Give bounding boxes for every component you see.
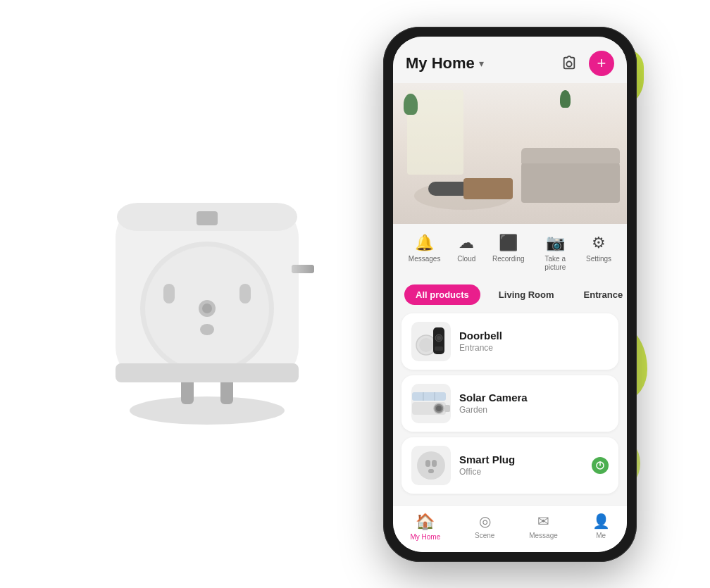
filter-living-room[interactable]: Living Room [487, 284, 566, 305]
quick-actions-bar: 🔔 Messages ☁ Cloud ⬛ Recording 📷 Take a … [393, 224, 627, 279]
svg-point-16 [566, 61, 571, 66]
hero-image [393, 83, 627, 224]
power-icon [595, 461, 605, 470]
message-icon: ✉ [537, 513, 549, 530]
me-icon: 👤 [592, 513, 610, 530]
filter-all-products[interactable]: All products [404, 284, 480, 305]
svg-point-18 [419, 338, 433, 352]
my-home-label: My Home [410, 533, 440, 541]
quick-action-settings[interactable]: ⚙ Settings [586, 234, 611, 272]
svg-point-21 [437, 336, 441, 340]
nav-me[interactable]: 👤 Me [592, 513, 610, 541]
solar-camera-info: Solar Camera Garden [459, 392, 609, 415]
device-list: Doorbell Entrance [393, 311, 627, 505]
solar-camera-thumbnail [411, 384, 451, 423]
product-image-container [73, 146, 341, 442]
add-button[interactable]: + [589, 51, 614, 76]
device-card-solar-camera[interactable]: Solar Camera Garden [401, 375, 618, 432]
cloud-icon: ☁ [459, 234, 474, 252]
recording-icon: ⬛ [499, 234, 518, 252]
svg-point-0 [130, 396, 285, 425]
solar-camera-location: Garden [459, 405, 609, 415]
me-label: Me [596, 532, 606, 539]
phone-frame: My Home ▾ + [383, 27, 637, 562]
device-card-doorbell[interactable]: Doorbell Entrance [401, 313, 618, 370]
svg-rect-33 [428, 469, 434, 473]
camera-button[interactable] [556, 51, 582, 76]
svg-rect-8 [239, 284, 251, 304]
svg-rect-23 [412, 392, 446, 401]
svg-point-30 [417, 451, 445, 480]
doorbell-image [413, 324, 449, 359]
coffee-table [463, 178, 513, 199]
svg-rect-7 [163, 284, 175, 304]
smart-plug-info: Smart Plug Office [459, 453, 583, 477]
settings-label: Settings [586, 255, 611, 263]
take-picture-icon: 📷 [546, 234, 565, 252]
solar-camera-name: Solar Camera [459, 392, 609, 404]
messages-icon: 🔔 [415, 234, 434, 252]
svg-point-6 [202, 304, 212, 313]
solar-camera-image [412, 389, 450, 418]
messages-label: Messages [409, 255, 441, 263]
svg-rect-15 [116, 363, 299, 382]
main-scene: My Home ▾ + [0, 0, 710, 588]
svg-rect-29 [444, 405, 450, 412]
quick-action-messages[interactable]: 🔔 Messages [409, 234, 441, 272]
doorbell-info: Doorbell Entrance [459, 330, 609, 353]
doorbell-thumbnail [411, 322, 451, 361]
take-picture-label: Take a picture [541, 255, 569, 272]
smart-plug-location: Office [459, 467, 583, 477]
smart-plug-thumb-image [416, 450, 447, 481]
filter-entrance[interactable]: Entrance [573, 284, 627, 305]
nav-message[interactable]: ✉ Message [529, 513, 558, 541]
svg-rect-31 [425, 460, 430, 467]
doorbell-name: Doorbell [459, 330, 609, 342]
settings-icon: ⚙ [592, 234, 606, 252]
phone-screen: My Home ▾ + [393, 37, 627, 552]
phone-container: My Home ▾ + [383, 27, 637, 562]
app-header: My Home ▾ + [393, 37, 627, 83]
recording-label: Recording [492, 255, 525, 263]
home-icon: 🏠 [416, 513, 435, 531]
header-actions: + [556, 51, 614, 76]
filter-bar: All products Living Room Entrance [393, 279, 627, 311]
camera-icon [561, 56, 577, 71]
bottom-navigation: 🏠 My Home ◎ Scene ✉ Message 👤 Me [393, 505, 627, 552]
quick-action-cloud[interactable]: ☁ Cloud [457, 234, 475, 272]
living-room-photo [393, 83, 627, 224]
add-icon: + [597, 54, 606, 73]
cloud-label: Cloud [457, 255, 475, 263]
plant-right [560, 90, 571, 108]
nav-scene[interactable]: ◎ Scene [475, 513, 494, 541]
app-title: My Home [406, 54, 475, 73]
smart-plug-product-image [87, 161, 327, 428]
svg-rect-12 [292, 265, 314, 273]
scene-label: Scene [475, 532, 494, 539]
chevron-down-icon: ▾ [479, 58, 484, 69]
header-title-group: My Home ▾ [406, 54, 484, 73]
svg-rect-32 [432, 460, 437, 467]
quick-action-recording[interactable]: ⬛ Recording [492, 234, 525, 272]
svg-rect-10 [197, 211, 218, 225]
sofa [521, 161, 620, 203]
nav-my-home[interactable]: 🏠 My Home [410, 513, 440, 541]
svg-rect-22 [435, 346, 443, 351]
svg-point-28 [436, 406, 442, 411]
smart-plug-name: Smart Plug [459, 453, 583, 465]
smart-plug-status-indicator[interactable] [592, 457, 609, 474]
device-card-smart-plug[interactable]: Smart Plug Office [401, 437, 618, 494]
svg-point-9 [200, 324, 214, 335]
scene-icon: ◎ [479, 513, 491, 530]
message-label: Message [529, 532, 558, 539]
doorbell-location: Entrance [459, 343, 609, 353]
smart-plug-thumbnail [411, 446, 451, 485]
quick-action-take-picture[interactable]: 📷 Take a picture [541, 234, 569, 272]
plant-left [404, 94, 418, 115]
